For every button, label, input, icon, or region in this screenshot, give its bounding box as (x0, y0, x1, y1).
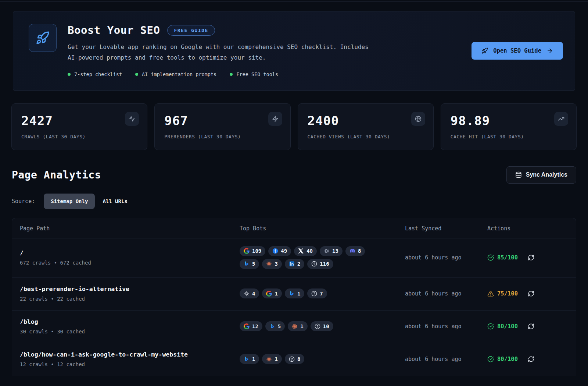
bot-badge-claude: 1 (288, 321, 307, 331)
bot-badge-google: 12 (240, 321, 262, 331)
bot-count: 3 (275, 261, 277, 267)
crawl-meta: 22 crawls • 22 cached (20, 296, 240, 302)
top-bots-cell: 11 8 (240, 354, 405, 364)
column-header: Last Synced (405, 225, 487, 232)
crawl-meta: 30 crawls • 30 cached (20, 329, 240, 334)
bot-count: 8 (358, 248, 361, 254)
page-title: Page Analytics (12, 169, 101, 181)
bot-badge-x: 40 (294, 246, 317, 256)
google-bot-icon (244, 248, 250, 254)
page-path-cell: / 672 crawls • 672 cached (20, 249, 240, 266)
refresh-icon (528, 323, 534, 330)
rocket-icon (481, 47, 488, 54)
recache-button[interactable] (528, 290, 534, 297)
check-circle-icon (487, 356, 494, 362)
bot-badge-bing: 5 (265, 321, 285, 331)
discord-bot-icon (349, 248, 355, 254)
unknown-bot-icon (315, 323, 320, 329)
recache-button[interactable] (528, 254, 534, 261)
unknown-bot-icon (311, 261, 317, 267)
stat-label: CACHE HIT (LAST 30 DAYS) (451, 134, 567, 139)
bot-count: 7 (320, 291, 323, 297)
seo-score-value: 75/100 (497, 290, 518, 297)
page-path-cell: /blog 30 crawls • 30 cached (20, 318, 240, 334)
trending-up-icon (558, 116, 564, 122)
check-circle-icon (487, 254, 494, 261)
bot-count: 5 (278, 323, 281, 329)
seo-score: 80/100 (487, 356, 518, 362)
source-label: Source: (12, 198, 35, 205)
bot-badge-unknown: 10 (311, 321, 333, 331)
bot-count: 1 (300, 323, 303, 329)
top-bots-cell: 109 49 40 13 8 53 2 116 (240, 246, 405, 269)
zap-icon (272, 116, 279, 122)
last-synced: about 6 hours ago (405, 356, 487, 362)
sync-analytics-button[interactable]: Sync Analytics (506, 166, 576, 184)
bot-badge-facebook: 49 (268, 246, 291, 256)
claude-bot-icon (292, 323, 298, 329)
bot-count: 1 (275, 356, 277, 362)
free-guide-badge: FREE GUIDE (167, 25, 215, 36)
x-bot-icon (298, 248, 304, 254)
bot-badge-discord: 8 (345, 246, 365, 256)
seo-score-value: 80/100 (497, 323, 518, 330)
claude-bot-icon (266, 356, 272, 362)
top-bots-cell: 4 1 1 7 (240, 288, 405, 298)
stat-cards: 2427 CRAWLS (LAST 30 DAYS) 967 PRERENDER… (11, 103, 577, 150)
bot-count: 40 (306, 248, 313, 254)
source-options: Sitemap OnlyAll URLs (44, 194, 135, 209)
banner-feature: 7-step checklist (68, 71, 122, 77)
page-path-cell: /blog/how-can-i-ask-google-to-crawl-my-w… (20, 351, 240, 367)
actions-cell: 85/100 (487, 254, 576, 261)
source-option-sitemap-only[interactable]: Sitemap Only (44, 194, 95, 209)
sync-analytics-label: Sync Analytics (526, 171, 567, 178)
bot-count: 4 (252, 291, 255, 297)
table-row: /blog 30 crawls • 30 cached 12 51 10 abo… (12, 310, 576, 343)
actions-cell: 80/100 (487, 323, 576, 330)
green-dot-icon (68, 73, 71, 76)
page-path-cell: /best-prerender-io-alternative 22 crawls… (20, 286, 240, 302)
database-icon (515, 171, 522, 178)
page-analytics-table: Page PathTop BotsLast SyncedActions / 67… (12, 218, 576, 376)
table-row: / 672 crawls • 672 cached 109 49 40 13 8… (12, 238, 576, 277)
bot-badge-google: 1 (262, 288, 282, 298)
google-bot-icon (266, 291, 272, 297)
stat-card: 98.89 CACHE HIT (LAST 30 DAYS) (441, 103, 577, 150)
bot-badge-bing: 1 (240, 354, 259, 364)
actions-cell: 80/100 (487, 356, 576, 362)
bot-count: 1 (297, 291, 300, 297)
banner-feature-label: Free SEO tools (236, 71, 278, 77)
bot-badge-bing: 5 (240, 259, 259, 269)
alert-triangle-icon (487, 290, 494, 297)
bing-bot-icon (244, 356, 250, 362)
stat-label: CRAWLS (LAST 30 DAYS) (21, 134, 137, 139)
last-synced: about 6 hours ago (405, 290, 487, 297)
stat-card: 967 PRERENDERS (LAST 30 DAYS) (154, 103, 290, 150)
bot-count: 116 (320, 261, 329, 267)
bot-count: 8 (297, 356, 300, 362)
bot-count: 5 (252, 261, 255, 267)
bing-bot-icon (269, 323, 275, 329)
bot-badge-openai: 13 (320, 246, 343, 256)
bot-badge-unknown: 7 (307, 288, 327, 298)
stat-icon-tile (411, 112, 425, 126)
refresh-icon (528, 254, 534, 261)
bot-count: 1 (252, 356, 255, 362)
rocket-icon-tile (29, 24, 57, 52)
bot-badge-bing: 1 (285, 288, 304, 298)
table-header: Page PathTop BotsLast SyncedActions (12, 218, 576, 238)
recache-button[interactable] (528, 356, 534, 362)
recache-button[interactable] (528, 323, 534, 330)
source-option-all-urls[interactable]: All URLs (96, 194, 134, 209)
refresh-icon (528, 290, 534, 297)
stat-label: CACHED VIEWS (LAST 30 DAYS) (308, 134, 424, 139)
bot-badge-unknown: 8 (285, 354, 304, 364)
rocket-icon (36, 31, 50, 45)
arrow-right-icon (546, 47, 553, 54)
seo-score: 80/100 (487, 323, 518, 330)
column-header: Top Bots (240, 225, 405, 232)
open-seo-guide-button[interactable]: Open SEO Guide (472, 42, 563, 60)
stat-icon-tile (554, 112, 568, 126)
actions-cell: 75/100 (487, 290, 576, 297)
table-body: / 672 crawls • 672 cached 109 49 40 13 8… (12, 238, 576, 376)
